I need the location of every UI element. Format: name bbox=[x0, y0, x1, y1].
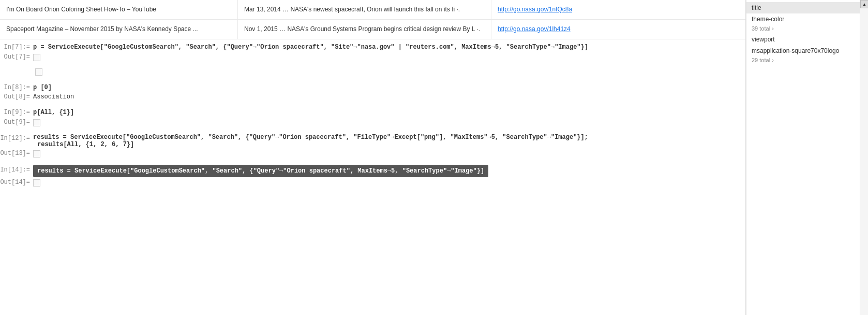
out-label-7: Out[7]= bbox=[0, 53, 33, 61]
in-label-12: In[12]:= bbox=[0, 134, 33, 142]
in-code-8[interactable]: p [0] bbox=[33, 83, 52, 92]
in-label-14: In[14]:= bbox=[0, 165, 33, 174]
in-label-8: In[8]:= bbox=[0, 83, 33, 91]
out-checkbox-9[interactable] bbox=[33, 119, 40, 126]
table-section: I'm On Board Orion Coloring Sheet How-To… bbox=[0, 0, 745, 39]
rp-subtext-theme-color: 39 total › bbox=[746, 25, 860, 34]
table-link-2[interactable]: http://go.nasa.gov/1lh41z4 bbox=[498, 25, 571, 33]
main-content: I'm On Board Orion Coloring Sheet How-To… bbox=[0, 0, 746, 315]
right-panel: title theme-color 39 total › viewport ms… bbox=[746, 0, 860, 315]
table-row: I'm On Board Orion Coloring Sheet How-To… bbox=[0, 0, 745, 20]
rp-item-msapplication[interactable]: msapplication-square70x70logo bbox=[746, 45, 860, 56]
cell-in9: In[9]:= p[All, {1}] Out[9]= bbox=[0, 105, 745, 131]
out-label-14: Out[14]= bbox=[0, 179, 33, 186]
table-link-1[interactable]: http://go.nasa.gov/1nIQc8a bbox=[498, 6, 572, 13]
in-label-7: In[7]:= bbox=[0, 42, 33, 51]
scroll-up-button[interactable]: ▲ bbox=[860, 0, 868, 8]
table-cell-desc-2: Nov 1, 2015 … NASA's Ground Systems Prog… bbox=[238, 20, 491, 39]
table-row: Spaceport Magazine – November 2015 by NA… bbox=[0, 20, 745, 39]
out-checkbox-13[interactable] bbox=[33, 150, 40, 158]
out-label-9: Out[9]= bbox=[0, 119, 33, 126]
rp-subtext-msapplication: 29 total › bbox=[746, 56, 860, 65]
scrollbar[interactable]: ▲ bbox=[860, 0, 868, 315]
notebook-container: I'm On Board Orion Coloring Sheet How-To… bbox=[0, 0, 868, 315]
out-value-8: Association bbox=[33, 93, 74, 101]
in-code-14[interactable]: results = ServiceExecute["GoogleCustomSe… bbox=[33, 165, 488, 177]
notebook-cells: In[7]:= p = ServiceExecute["GoogleCustom… bbox=[0, 39, 745, 191]
rp-item-title[interactable]: title bbox=[746, 2, 860, 13]
cell-in14: In[14]:= results = ServiceExecute["Googl… bbox=[0, 162, 745, 191]
cell-in7: In[7]:= p = ServiceExecute["GoogleCustom… bbox=[0, 39, 745, 65]
out-checkbox-7[interactable] bbox=[33, 54, 40, 61]
cell-in8: In[8]:= p [0] Out[8]= Association bbox=[0, 80, 745, 105]
out-checkbox-14[interactable] bbox=[33, 179, 40, 187]
in-code-7[interactable]: p = ServiceExecute["GoogleCustomSearch",… bbox=[33, 42, 588, 52]
table-cell-desc-1: Mar 13, 2014 … NASA's newest spacecraft,… bbox=[238, 0, 491, 19]
out-checkbox-standalone[interactable] bbox=[35, 68, 42, 76]
in-code-9[interactable]: p[All, {1}] bbox=[33, 108, 74, 117]
cell-in12: In[12]:= results = ServiceExecute["Googl… bbox=[0, 131, 745, 162]
out-label-8: Out[8]= bbox=[0, 93, 33, 101]
in-label-9: In[9]:= bbox=[0, 108, 33, 116]
rp-item-viewport[interactable]: viewport bbox=[746, 34, 860, 45]
table-cell-title-1: I'm On Board Orion Coloring Sheet How-To… bbox=[0, 0, 238, 19]
table-cell-link-1: http://go.nasa.gov/1nIQc8a bbox=[491, 0, 595, 19]
table-cell-link-2: http://go.nasa.gov/1lh41z4 bbox=[491, 20, 595, 39]
cell-checkbox-standalone bbox=[0, 65, 745, 80]
table-cell-title-2: Spaceport Magazine – November 2015 by NA… bbox=[0, 20, 238, 39]
out-label-13: Out[13]= bbox=[0, 150, 33, 157]
in-code-12[interactable]: results = ServiceExecute["GoogleCustomSe… bbox=[33, 134, 588, 148]
rp-item-theme-color[interactable]: theme-color bbox=[746, 13, 860, 25]
